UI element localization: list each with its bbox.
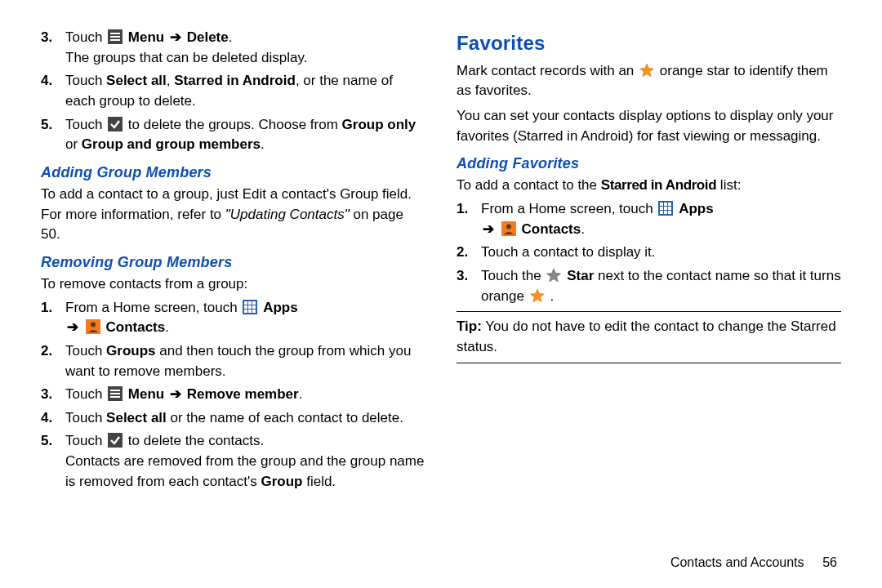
footer-label: Contacts and Accounts [670,555,804,569]
step-num: 4. [41,71,65,111]
right-column: Favorites Mark contact records with an o… [457,24,841,495]
page-number: 56 [808,553,837,572]
favorites-p1: Mark contact records with an orange star… [457,61,841,101]
addfav-step-2: 2. Touch a contact to display it. [457,243,841,263]
remove-step-1: 1. From a Home screen, touch Apps ➔ Cont… [41,298,425,338]
menu-icon [108,29,122,44]
add-group-paragraph: To add a contact to a group, just Edit a… [41,185,425,245]
page-footer: Contacts and Accounts 56 [670,553,837,572]
contacts-icon [501,221,516,236]
left-column: 3. Touch Menu ➔ Delete. The groups that … [41,24,425,495]
step-num: 3. [41,28,65,68]
tip-block: Tip: You do not have to edit the contact… [457,317,841,357]
step-5: 5. Touch to delete the groups. Choose fr… [41,115,425,155]
remove-step-4: 4. Touch Select all or the name of each … [41,408,425,429]
addfav-step-1: 1. From a Home screen, touch Apps ➔ Cont… [457,199,841,239]
step-3: 3. Touch Menu ➔ Delete. The groups that … [41,28,425,68]
favorites-p2: You can set your contacts display option… [457,106,841,146]
star-orange-icon [530,288,545,303]
heading-adding-favorites: Adding Favorites [457,153,841,174]
addfav-step-3: 3. Touch the Star next to the contact na… [457,266,841,306]
divider [457,363,841,363]
remove-step-2: 2. Touch Groups and then touch the group… [41,341,425,381]
step-4: 4. Touch Select all, Starred in Android,… [41,71,425,111]
step-body: Touch Menu ➔ Delete. The groups that can… [65,28,425,68]
contacts-icon [86,319,100,334]
step-body: Touch to delete the groups. Choose from … [65,115,425,155]
apps-icon [658,201,673,216]
heading-favorites: Favorites [457,29,841,58]
star-orange-icon [639,63,654,78]
menu-icon [108,386,122,401]
apps-icon [243,300,257,314]
steps-remove: 1. From a Home screen, touch Apps ➔ Cont… [41,298,425,492]
check-icon [108,117,122,131]
remove-step-5: 5. Touch to delete the contacts. Contact… [41,431,425,492]
star-grey-icon [546,268,561,283]
step-body: Touch Select all, Starred in Android, or… [65,71,425,111]
steps-addfav: 1. From a Home screen, touch Apps ➔ Cont… [457,199,841,306]
remove-step-3: 3. Touch Menu ➔ Remove member. [41,385,425,405]
step-num: 5. [41,115,65,155]
addfav-intro: To add a contact to the Starred in Andro… [457,176,841,196]
heading-removing-group-members: Removing Group Members [41,252,425,273]
check-icon [108,433,122,448]
steps-top: 3. Touch Menu ➔ Delete. The groups that … [41,28,425,155]
heading-adding-group-members: Adding Group Members [41,162,425,183]
remove-intro: To remove contacts from a group: [41,274,425,295]
divider [457,311,841,312]
